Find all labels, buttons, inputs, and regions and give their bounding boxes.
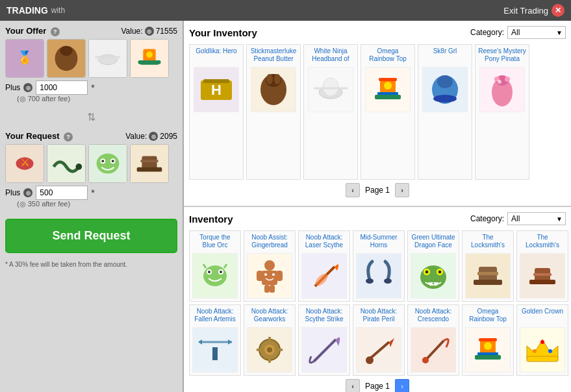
offer-after-fee: (◎ 700 after fee): [17, 95, 177, 103]
svg-point-62: [208, 271, 210, 273]
svg-point-46: [384, 82, 392, 90]
offer-item-2[interactable]: [47, 39, 86, 78]
their-inv-header: Inventory Category: All: [189, 212, 566, 225]
their-inv-item-5[interactable]: Green Ultimate Dragon Face: [407, 230, 459, 302]
their-inv-item-7[interactable]: The Locksmith's: [516, 230, 568, 302]
svg-point-80: [384, 278, 392, 284]
svg-rect-92: [477, 272, 498, 275]
your-inv-item-5[interactable]: Sk8r Grl: [418, 44, 472, 180]
offer-item-3[interactable]: [88, 39, 127, 78]
their-inv-item-5-img: [411, 253, 456, 299]
request-help-icon[interactable]: ?: [64, 132, 73, 141]
their-inv-item-11-img: [356, 327, 401, 373]
request-title: Your Request: [5, 131, 60, 141]
their-inv-item-14-name: Golden Crown: [520, 308, 565, 326]
their-inv-row-1: Torque the Blue Orc: [189, 230, 566, 302]
svg-text:🏅: 🏅: [17, 50, 33, 65]
your-request-section: Your Request ? Value: ◎ 2095 ⚔: [5, 131, 177, 208]
request-after-fee: (◎ 350 after fee): [17, 200, 177, 208]
their-inv-item-8[interactable]: Noob Attack: Fallen Artemis: [189, 304, 241, 376]
their-inv-item-3-name: Noob Attack: Laser Scythe: [301, 234, 347, 252]
their-inv-category-select[interactable]: All: [507, 212, 566, 225]
request-asterisk: *: [91, 188, 94, 198]
their-inv-item-6-name: The Locksmith's: [465, 234, 511, 252]
their-inv-category-wrapper[interactable]: All: [507, 212, 566, 225]
their-inv-item-1[interactable]: Torque the Blue Orc: [189, 230, 241, 302]
their-inv-item-14-img: [520, 327, 565, 373]
request-header: Your Request ? Value: ◎ 2095: [5, 131, 177, 141]
your-inv-item-1-img: H: [194, 67, 239, 112]
svg-rect-67: [264, 260, 275, 271]
their-inv-item-4[interactable]: Mid-Summer Horns: [353, 230, 405, 302]
your-inv-pagination: ‹ Page 1 ›: [189, 180, 566, 201]
your-inv-item-4-img: [365, 67, 411, 112]
svg-rect-72: [270, 285, 275, 293]
their-inv-item-2-name: Noob Assist: Gingerbread: [247, 234, 292, 252]
their-inv-item-9-img: [247, 327, 292, 373]
offer-item-1[interactable]: 🏅: [5, 39, 44, 78]
your-inv-item-6[interactable]: Reese's Mystery Pony Pinata: [475, 44, 529, 180]
svg-point-86: [438, 271, 442, 274]
your-inv-item-1[interactable]: Goldlika: Hero H: [189, 44, 244, 180]
svg-rect-68: [262, 271, 277, 285]
trading-with: with: [51, 6, 65, 15]
request-item-4-img: [131, 144, 168, 183]
their-inv-next-button[interactable]: ›: [395, 379, 409, 392]
their-inv-item-13[interactable]: Omega Rainbow Top: [462, 304, 514, 376]
request-plus-input[interactable]: [36, 186, 88, 200]
svg-point-132: [548, 349, 552, 353]
your-inv-category-row: Category: All: [470, 26, 566, 39]
send-request-button[interactable]: Send Request: [5, 219, 177, 253]
their-inv-item-10[interactable]: Noob Attack: Scythe Strike: [298, 304, 350, 376]
request-item-3-img: [89, 144, 127, 183]
your-inv-item-2[interactable]: Stickmasterluke Peanut Butter: [246, 44, 301, 180]
svg-rect-27: [140, 160, 158, 162]
svg-point-6: [99, 55, 118, 64]
their-inv-item-6[interactable]: The Locksmith's: [462, 230, 514, 302]
their-inv-item-3[interactable]: Noob Attack: Laser Scythe: [298, 230, 350, 302]
your-inv-category-select[interactable]: All: [507, 26, 566, 39]
request-item-4[interactable]: [130, 144, 169, 183]
left-panel: Your Offer ? Value: ◎ 71555 🏅: [0, 21, 184, 392]
your-inv-item-4[interactable]: Omega Rainbow Top: [361, 44, 415, 180]
svg-rect-126: [477, 352, 498, 355]
their-inv-title: Inventory: [189, 214, 233, 225]
their-inv-item-11-name: Noob Attack: Pirate Peril: [356, 308, 401, 326]
svg-rect-96: [533, 273, 552, 276]
your-inv-title: Your Inventory: [189, 27, 257, 38]
your-inv-item-5-img: [422, 67, 468, 112]
their-inv-category-label: Category:: [470, 214, 504, 223]
their-inv-item-10-img: [301, 327, 347, 373]
svg-point-63: [220, 271, 222, 273]
request-title-row: Your Request ?: [5, 131, 73, 141]
offer-plus-input[interactable]: [36, 80, 88, 95]
exit-button[interactable]: Exit Trading ✕: [503, 4, 565, 17]
offer-item-4[interactable]: [130, 39, 169, 78]
their-inv-item-5-name: Green Ultimate Dragon Face: [411, 234, 456, 252]
their-inv-item-13-img: [465, 327, 511, 373]
their-inv-item-11[interactable]: Noob Attack: Pirate Peril: [353, 304, 405, 376]
request-plus-robux-icon: ◎: [23, 188, 32, 197]
their-inv-row-2: Noob Attack: Fallen Artemis: [189, 304, 566, 376]
their-inv-prev-button[interactable]: ‹: [346, 379, 360, 392]
your-inv-category-wrapper[interactable]: All: [507, 26, 566, 39]
request-item-3[interactable]: [88, 144, 127, 183]
exit-icon: ✕: [552, 4, 565, 17]
offer-help-icon[interactable]: ?: [51, 27, 60, 36]
your-inv-prev-button[interactable]: ‹: [346, 183, 360, 197]
your-inv-item-3[interactable]: White Ninja Headband of: [303, 44, 358, 180]
their-inv-item-14[interactable]: Golden Crown: [516, 304, 568, 376]
their-inv-item-12[interactable]: Noob Attack: Crescendo: [407, 304, 459, 376]
your-inv-item-4-name: Omega Rainbow Top: [364, 47, 412, 66]
your-inv-next-button[interactable]: ›: [395, 183, 409, 197]
request-plus-label: Plus: [5, 188, 20, 197]
svg-point-51: [433, 95, 457, 103]
their-inv-item-2[interactable]: Noob Assist: Gingerbread: [244, 230, 296, 302]
request-items-grid: ⚔: [5, 144, 177, 183]
svg-rect-99: [212, 347, 218, 360]
request-item-1[interactable]: ⚔: [5, 144, 44, 183]
offer-item-3-img: [89, 39, 127, 78]
request-item-2[interactable]: [47, 144, 86, 183]
their-inv-item-9[interactable]: Noob Attack: Gearworks: [244, 304, 296, 376]
their-inv-item-12-name: Noob Attack: Crescendo: [411, 308, 456, 326]
